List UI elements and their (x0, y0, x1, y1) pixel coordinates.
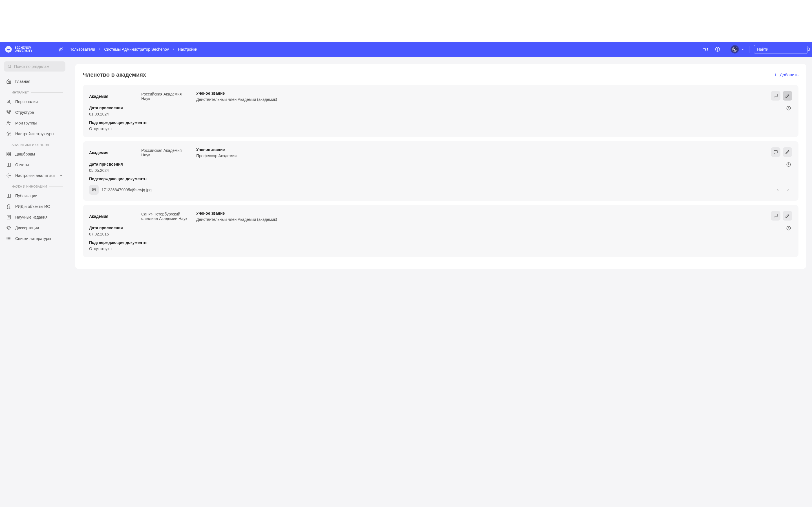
sidebar-item-home[interactable]: Главная (4, 76, 65, 87)
doc-prev-button[interactable] (774, 186, 782, 194)
field-value-date: 01.09.2024 (89, 112, 792, 116)
field-label-academy: Академия (89, 94, 136, 99)
sidebar-item-label: Диссертации (15, 226, 39, 230)
field-label-rank: Ученое звание (196, 211, 792, 216)
sidebar-search-input[interactable] (14, 64, 63, 69)
chevron-down-icon (59, 173, 63, 177)
sidebar-item-label: Публикации (15, 193, 37, 198)
comment-button[interactable] (771, 211, 780, 221)
sidebar-item-structure[interactable]: Структура (4, 107, 65, 118)
sidebar-item-journals[interactable]: Научные издания (4, 212, 65, 223)
svg-rect-28 (9, 155, 11, 156)
sidebar-item-personas[interactable]: Персоналии (4, 96, 65, 107)
svg-point-29 (8, 175, 10, 176)
svg-point-22 (8, 122, 9, 123)
breadcrumb-settings[interactable]: Настройки (178, 47, 197, 52)
logo-text-2: UNIVERSITY (15, 49, 33, 52)
sidebar-item-dissertations[interactable]: Диссертации (4, 223, 65, 233)
svg-point-24 (8, 133, 10, 135)
pin-button[interactable] (57, 45, 65, 53)
svg-point-12 (734, 49, 735, 50)
sidebar-section-science: — НАУКА И ИННОВАЦИИ (4, 181, 65, 190)
membership-card: Академия Российская Академия Наук Ученое… (83, 85, 799, 137)
clock-icon (786, 106, 791, 111)
comment-button[interactable] (771, 91, 780, 101)
field-label-date: Дата присвоения (89, 106, 792, 110)
pin-icon (59, 47, 63, 52)
svg-point-14 (807, 48, 810, 50)
membership-card: Академия Российская Академия Наук Ученое… (83, 141, 799, 201)
sidebar-item-analytics-settings[interactable]: Настройки аналитики (4, 170, 65, 181)
svg-rect-27 (7, 155, 8, 156)
sliders-icon (703, 47, 708, 52)
logo-icon (4, 45, 12, 53)
edit-button[interactable] (783, 211, 792, 221)
chevron-right-icon (98, 48, 101, 51)
svg-point-23 (9, 122, 10, 123)
help-button[interactable] (714, 46, 721, 53)
field-label-docs: Подтверждающие документы (89, 120, 792, 125)
doc-next-button[interactable] (784, 186, 792, 194)
logo-text-1: SECHENOV (15, 46, 33, 49)
book-icon (6, 162, 11, 167)
history-button[interactable] (786, 162, 791, 167)
svg-point-18 (8, 100, 10, 102)
field-value-academy: Российская Академия Наук (141, 92, 191, 101)
svg-rect-19 (7, 111, 8, 112)
sidebar-item-label: Настройки структуры (15, 131, 54, 136)
chevron-right-icon (786, 188, 790, 192)
list-icon (6, 236, 11, 241)
help-icon (715, 47, 720, 52)
svg-rect-25 (7, 152, 8, 154)
sidebar-item-label: Дашборды (15, 152, 35, 156)
settings-sliders-button[interactable] (702, 46, 709, 53)
pencil-icon (785, 150, 790, 154)
app-header: SECHENOV UNIVERSITY Пользователи Системы… (0, 42, 812, 57)
field-value-rank: Действительный член Академии (академик) (196, 97, 792, 102)
field-label-date: Дата присвоения (89, 226, 792, 230)
journal-icon (6, 215, 11, 220)
user-menu[interactable] (730, 45, 745, 54)
breadcrumb-admin[interactable]: Системы Администратор Sechenov (104, 47, 169, 52)
sidebar-item-structure-settings[interactable]: Настройки структуры (4, 128, 65, 139)
sidebar-item-groups[interactable]: Мои группы (4, 118, 65, 128)
edit-button[interactable] (783, 91, 792, 101)
sidebar-search[interactable] (4, 61, 65, 71)
clock-icon (786, 162, 791, 167)
sidebar-item-publications[interactable]: Публикации (4, 190, 65, 201)
history-button[interactable] (786, 106, 791, 111)
edit-button[interactable] (783, 147, 792, 157)
comment-icon (773, 94, 778, 98)
add-button[interactable]: Добавить (773, 72, 799, 77)
field-label-rank: Ученое звание (196, 147, 792, 152)
comment-icon (773, 214, 778, 218)
main-content: Членство в академиях Добавить Академия Р… (69, 57, 812, 507)
sidebar-item-label: Настройки аналитики (15, 173, 55, 178)
search-icon (7, 64, 12, 69)
breadcrumb: Пользователи Системы Администратор Seche… (69, 47, 698, 52)
history-button[interactable] (786, 226, 791, 231)
plus-icon (773, 73, 777, 77)
field-value-rank: Действительный член Академии (академик) (196, 217, 792, 222)
global-search[interactable] (754, 45, 808, 54)
svg-point-6 (705, 50, 706, 50)
global-search-input[interactable] (757, 47, 806, 52)
svg-line-15 (809, 50, 810, 51)
gear-icon (6, 131, 11, 136)
field-label-docs: Подтверждающие документы (89, 240, 792, 245)
svg-point-5 (704, 48, 705, 49)
add-button-label: Добавить (780, 72, 799, 77)
comment-button[interactable] (771, 147, 780, 157)
sidebar-item-bibliography[interactable]: Списки литературы (4, 233, 65, 244)
sidebar-item-dashboards[interactable]: Дашборды (4, 149, 65, 159)
breadcrumb-users[interactable]: Пользователи (69, 47, 95, 52)
svg-rect-20 (9, 111, 11, 112)
document-chip[interactable]: 1713368479095aj9szwjq.jpg (89, 185, 151, 194)
field-value-date: 05.05.2024 (89, 168, 792, 173)
logo[interactable]: SECHENOV UNIVERSITY (4, 45, 52, 53)
sidebar-item-label: Структура (15, 110, 34, 115)
sidebar-item-reports[interactable]: Отчеты (4, 159, 65, 170)
sidebar-item-label: Персоналии (15, 100, 38, 104)
sidebar-item-rid[interactable]: РИД и объекты ИС (4, 201, 65, 212)
svg-rect-26 (9, 152, 11, 154)
